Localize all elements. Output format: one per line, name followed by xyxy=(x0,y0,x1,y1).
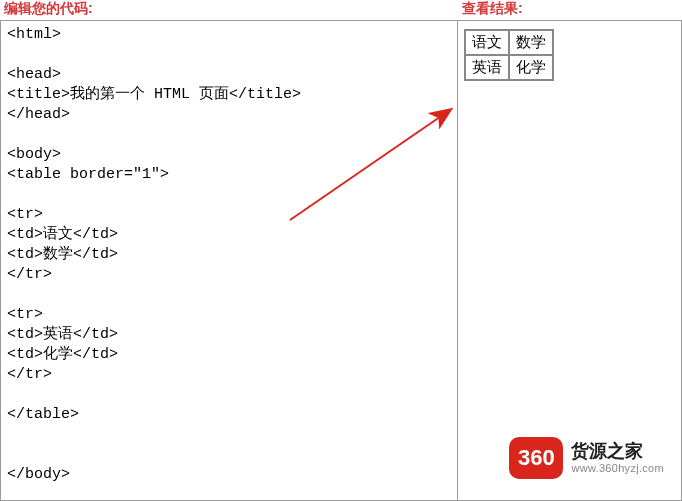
code-editor[interactable] xyxy=(0,20,458,501)
code-panel-title: 编辑您的代码: xyxy=(0,0,458,20)
result-preview: 语文 数学 英语 化学 xyxy=(458,20,682,501)
table-row: 英语 化学 xyxy=(465,55,553,80)
table-cell: 化学 xyxy=(509,55,553,80)
logo-watermark: 360 货源之家 www.360hyzj.com xyxy=(509,437,664,479)
table-row: 语文 数学 xyxy=(465,30,553,55)
logo-url-text: www.360hyzj.com xyxy=(571,462,664,474)
table-cell: 数学 xyxy=(509,30,553,55)
logo-box: 360 xyxy=(509,437,563,479)
result-table: 语文 数学 英语 化学 xyxy=(464,29,554,81)
result-panel-title: 查看结果: xyxy=(458,0,682,20)
table-cell: 英语 xyxy=(465,55,509,80)
logo-cn-text: 货源之家 xyxy=(571,442,664,462)
table-cell: 语文 xyxy=(465,30,509,55)
